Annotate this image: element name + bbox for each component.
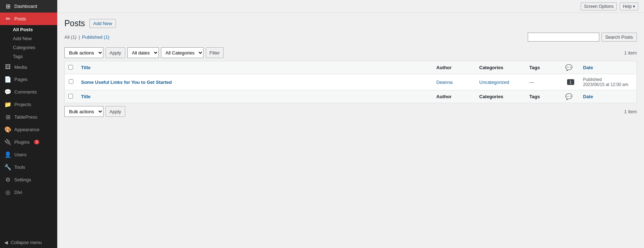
th-date: Date <box>580 61 637 74</box>
users-icon: 👤 <box>4 151 11 158</box>
sidebar-item-plugins[interactable]: 🔌 Plugins 3 <box>0 136 57 148</box>
sidebar-item-users[interactable]: 👤 Users <box>0 148 57 161</box>
sidebar-item-comments[interactable]: 💬 Comments <box>0 86 57 98</box>
sidebar-item-label: Tools <box>14 164 25 170</box>
sidebar-item-posts[interactable]: ✏ Posts <box>0 13 57 25</box>
tablepress-icon: ⊞ <box>4 114 11 120</box>
filter-button[interactable]: Filter <box>206 47 224 58</box>
row-date: 2023/06/15 at 12:00 am <box>583 82 633 87</box>
help-button[interactable]: Help ▾ <box>620 3 638 10</box>
sidebar-item-label: TablePress <box>14 114 37 120</box>
comment-column-icon: 💬 <box>565 65 572 71</box>
filter-all[interactable]: All (1) <box>64 34 77 40</box>
topbar: Screen Options Help ▾ <box>57 0 644 13</box>
select-all-bottom-checkbox[interactable] <box>68 94 73 99</box>
row-date-cell: Published 2023/06/15 at 12:00 am <box>580 74 637 90</box>
comments-icon: 💬 <box>4 89 11 95</box>
collapse-label: Collapse menu <box>11 240 42 245</box>
sidebar-item-appearance[interactable]: 🎨 Appearance <box>0 123 57 136</box>
sidebar-item-tablepress[interactable]: ⊞ TablePress <box>0 111 57 123</box>
row-checkbox[interactable] <box>69 79 73 84</box>
sidebar-item-label: Appearance <box>14 127 39 132</box>
plugins-icon: 🔌 <box>4 139 11 146</box>
dates-filter-select[interactable]: All dates <box>127 47 159 58</box>
title-bottom-sort-link[interactable]: Title <box>81 94 91 99</box>
settings-icon: ⚙ <box>4 176 11 183</box>
toolbar-left: Bulk actions Apply All dates All Categor… <box>64 47 224 58</box>
row-categories-cell: Uncategorized <box>476 74 526 90</box>
bulk-actions-bottom-select[interactable]: Bulk actions <box>64 106 103 117</box>
sidebar-item-dashboard[interactable]: ⊞ Dashboard <box>0 0 57 13</box>
sidebar-item-label: Divi <box>14 190 22 195</box>
content-area: Posts Add New All (1) | Published (1) Se… <box>57 13 644 248</box>
search-input[interactable] <box>528 33 599 42</box>
row-tags-cell: — <box>526 74 562 90</box>
th-bottom-author: Author <box>433 90 476 103</box>
sidebar-sub-categories[interactable]: Categories <box>0 43 57 52</box>
top-toolbar: Bulk actions Apply All dates All Categor… <box>64 47 637 58</box>
bulk-actions-top-select[interactable]: Bulk actions <box>64 47 103 58</box>
post-title-link[interactable]: Some Useful Links for You to Get Started <box>81 80 172 85</box>
sidebar-sub-add-new[interactable]: Add New <box>0 34 57 43</box>
sidebar-sub-tags[interactable]: Tags <box>0 52 57 61</box>
page-header: Posts Add New <box>64 19 637 28</box>
projects-icon: 📁 <box>4 101 11 108</box>
th-tags: Tags <box>526 61 562 74</box>
sidebar: ⊞ Dashboard ✏ Posts All Posts Add New Ca… <box>0 0 57 248</box>
posts-icon: ✏ <box>4 15 11 22</box>
sidebar-item-projects[interactable]: 📁 Projects <box>0 98 57 111</box>
apply-top-button[interactable]: Apply <box>106 47 125 58</box>
sidebar-item-pages[interactable]: 📄 Pages <box>0 73 57 86</box>
posts-table: Title Author Categories Tags 💬 Date <box>64 61 637 103</box>
row-comments-cell: 1 <box>562 74 580 90</box>
comment-count-badge[interactable]: 1 <box>567 79 574 85</box>
bottom-left: Bulk actions Apply <box>64 106 125 117</box>
th-comments: 💬 <box>562 61 580 74</box>
author-link[interactable]: Deanna <box>436 80 453 85</box>
filter-published[interactable]: Published (1) <box>82 34 109 40</box>
sidebar-item-label: Media <box>14 65 27 70</box>
row-title-cell: Some Useful Links for You to Get Started <box>78 74 433 90</box>
appearance-icon: 🎨 <box>4 126 11 133</box>
category-link[interactable]: Uncategorized <box>479 80 509 85</box>
sidebar-sub-all-posts[interactable]: All Posts <box>0 25 57 34</box>
search-button[interactable]: Search Posts <box>601 33 637 42</box>
th-bottom-checkbox <box>65 90 78 103</box>
table-row-bottom-header: Title Author Categories Tags 💬 Date <box>65 90 637 103</box>
select-all-checkbox[interactable] <box>68 65 73 70</box>
th-categories: Categories <box>476 61 526 74</box>
item-count-top: 1 item <box>624 50 637 56</box>
th-bottom-tags: Tags <box>526 90 562 103</box>
th-bottom-date: Date <box>580 90 637 103</box>
sidebar-item-settings[interactable]: ⚙ Settings <box>0 173 57 186</box>
sidebar-item-label: Users <box>14 152 26 157</box>
posts-submenu: All Posts Add New Categories Tags <box>0 25 57 61</box>
sidebar-item-label: Dashboard <box>14 4 37 9</box>
sidebar-item-tools[interactable]: 🔧 Tools <box>0 161 57 173</box>
date-bottom-sort-link[interactable]: Date <box>583 94 593 99</box>
media-icon: 🖼 <box>4 64 11 70</box>
row-status: Published <box>583 77 633 82</box>
th-bottom-comments: 💬 <box>562 90 580 103</box>
table-header-row: Title Author Categories Tags 💬 Date <box>65 61 637 74</box>
th-checkbox <box>65 61 78 74</box>
title-sort-link[interactable]: Title <box>81 65 91 70</box>
screen-options-button[interactable]: Screen Options <box>581 3 617 10</box>
collapse-menu[interactable]: ◀ Collapse menu <box>0 237 57 248</box>
sidebar-item-media[interactable]: 🖼 Media <box>0 61 57 73</box>
sidebar-item-label: Settings <box>14 177 31 182</box>
pages-icon: 📄 <box>4 76 11 83</box>
sidebar-item-divi[interactable]: ◎ Divi <box>0 186 57 199</box>
apply-bottom-button[interactable]: Apply <box>106 106 125 117</box>
sidebar-item-label: Comments <box>14 89 37 95</box>
date-sort-link[interactable]: Date <box>583 65 593 70</box>
th-bottom-title: Title <box>78 90 433 103</box>
sidebar-item-label: Projects <box>14 102 31 107</box>
th-author: Author <box>433 61 476 74</box>
add-new-button[interactable]: Add New <box>89 19 116 28</box>
sidebar-item-label: Posts <box>14 16 26 22</box>
bottom-toolbar: Bulk actions Apply 1 item <box>64 106 637 117</box>
search-row: Search Posts <box>528 33 637 42</box>
th-bottom-categories: Categories <box>476 90 526 103</box>
categories-filter-select[interactable]: All Categories <box>161 47 204 58</box>
